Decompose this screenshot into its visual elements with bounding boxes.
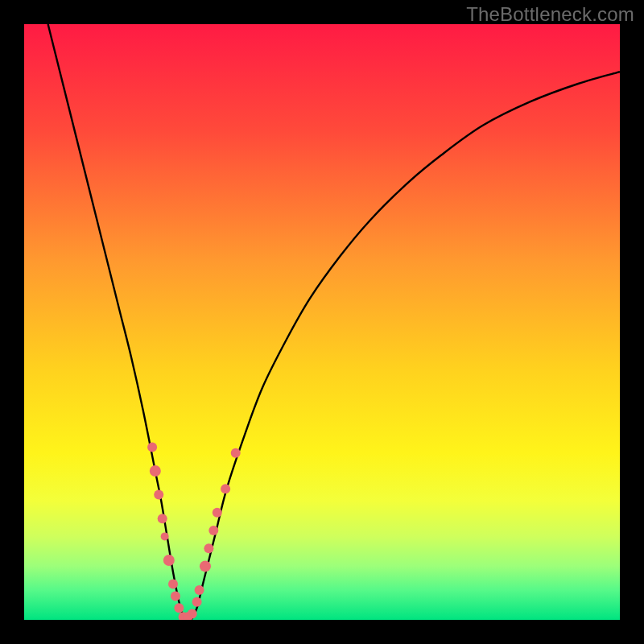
curve-marker (150, 465, 161, 477)
curve-marker (204, 543, 213, 553)
curve-marker (147, 442, 157, 452)
watermark-text: TheBottleneck.com (466, 3, 634, 26)
curve-marker (192, 597, 202, 607)
bottleneck-chart (24, 24, 620, 620)
outer-frame: TheBottleneck.com (0, 0, 644, 644)
curve-marker (154, 490, 163, 500)
curve-marker (163, 555, 175, 566)
plot-area (24, 24, 620, 620)
curve-marker (171, 591, 180, 601)
curve-marker (231, 448, 241, 458)
curve-marker (174, 603, 184, 613)
curve-marker (188, 609, 197, 619)
curve-marker (161, 532, 169, 540)
curve-marker (195, 585, 204, 595)
curve-marker (208, 526, 218, 535)
curve-marker (200, 560, 211, 572)
curve-marker (158, 514, 167, 523)
gradient-background (24, 24, 620, 620)
curve-marker (213, 508, 222, 518)
curve-marker (221, 484, 230, 493)
curve-marker (168, 580, 178, 589)
